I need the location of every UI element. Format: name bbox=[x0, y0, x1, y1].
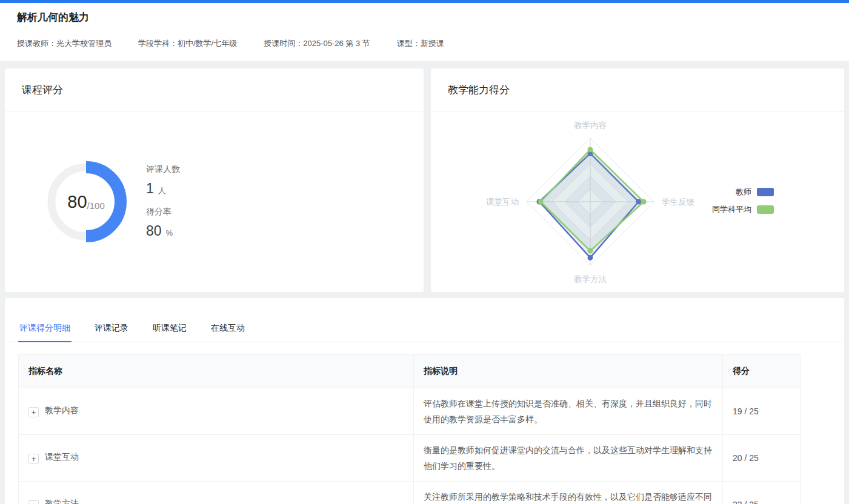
course-score-card-title: 课程评分 bbox=[5, 68, 424, 111]
meta-course-type: 课型：新授课 bbox=[397, 38, 444, 49]
indicator-desc-cell: 衡量的是教师如何促进课堂内的交流与合作，以及这些互动对学生理解和支持他们学习的重… bbox=[414, 435, 723, 482]
radar-legend: 教师 同学科平均 bbox=[712, 187, 774, 222]
teaching-ability-card-title: 教学能力得分 bbox=[431, 68, 844, 111]
expand-row-button[interactable]: + bbox=[28, 454, 39, 464]
svg-text:学生反馈: 学生反馈 bbox=[662, 197, 694, 207]
average-series-swatch bbox=[757, 205, 774, 214]
page-title: 解析几何的魅力 bbox=[17, 10, 832, 24]
teaching-ability-card: 教学能力得分 教学内容学生反馈教学方法课堂互动 教师 同学科平均 bbox=[431, 68, 844, 292]
header-score: 得分 bbox=[723, 355, 801, 388]
score-cell: 19 / 25 bbox=[723, 388, 801, 435]
svg-text:教学方法: 教学方法 bbox=[574, 274, 607, 284]
donut-center-label: 80 /100 bbox=[41, 156, 132, 247]
indicator-name-cell: +课堂互动 bbox=[19, 435, 414, 482]
tab-score-detail[interactable]: 评课得分明细 bbox=[18, 322, 72, 342]
tab-bar: 评课得分明细 评课记录 听课笔记 在线互动 bbox=[5, 298, 844, 342]
course-meta-row: 授课教师：光大学校管理员 学段学科：初中/数学/七年级 授课时间：2025-05… bbox=[17, 38, 832, 49]
course-score-card: 课程评分 80 /100 评课人数 1 人 得分率 bbox=[5, 68, 424, 292]
donut-score-max: /100 bbox=[87, 201, 105, 211]
tab-online-interaction[interactable]: 在线互动 bbox=[210, 322, 246, 342]
header-indicator-name: 指标名称 bbox=[19, 355, 414, 388]
metric-rater-count: 评课人数 1 人 bbox=[146, 164, 180, 197]
indicator-name-cell: +教学内容 bbox=[19, 388, 414, 435]
radar-chart: 教学内容学生反馈教学方法课堂互动 bbox=[457, 108, 724, 292]
expand-row-button[interactable]: + bbox=[28, 500, 39, 504]
donut-score-value: 80 bbox=[67, 192, 87, 212]
legend-item-subject-average[interactable]: 同学科平均 bbox=[712, 204, 774, 215]
score-rate-value: 80 bbox=[146, 223, 162, 239]
indicator-desc-cell: 评估教师在课堂上传授的知识是否准确、相关、有深度，并且组织良好，同时使用的教学资… bbox=[414, 388, 723, 435]
header-indicator-desc: 指标说明 bbox=[414, 355, 723, 388]
meta-teacher: 授课教师：光大学校管理员 bbox=[17, 38, 112, 49]
detail-panel: 评课得分明细 评课记录 听课笔记 在线互动 指标名称 指标说明 得分 +教学内容… bbox=[5, 298, 844, 504]
expand-row-button[interactable]: + bbox=[28, 407, 39, 417]
metric-score-rate: 得分率 80 % bbox=[146, 207, 180, 239]
page-header: 解析几何的魅力 授课教师：光大学校管理员 学段学科：初中/数学/七年级 授课时间… bbox=[0, 3, 849, 61]
svg-text:教学内容: 教学内容 bbox=[574, 121, 607, 130]
rater-count-value: 1 bbox=[146, 181, 154, 197]
tab-evaluation-records[interactable]: 评课记录 bbox=[93, 322, 130, 342]
tab-listening-notes[interactable]: 听课笔记 bbox=[151, 322, 188, 342]
indicator-desc-cell: 关注教师所采用的教学策略和技术手段的有效性，以及它们是否能够适应不同的学习风格和… bbox=[414, 482, 723, 504]
score-cell: 20 / 25 bbox=[723, 435, 801, 482]
donut-chart: 80 /100 bbox=[41, 156, 132, 247]
table-row: +教学方法 关注教师所采用的教学策略和技术手段的有效性，以及它们是否能够适应不同… bbox=[19, 482, 801, 504]
gauge-metrics: 评课人数 1 人 得分率 80 % bbox=[146, 164, 180, 239]
score-detail-table: 指标名称 指标说明 得分 +教学内容 评估教师在课堂上传授的知识是否准确、相关、… bbox=[18, 354, 801, 504]
score-cell: 22 / 25 bbox=[723, 482, 801, 504]
table-header-row: 指标名称 指标说明 得分 bbox=[19, 355, 801, 388]
svg-text:课堂互动: 课堂互动 bbox=[486, 197, 519, 207]
teacher-series-swatch bbox=[757, 188, 774, 196]
meta-subject: 学段学科：初中/数学/七年级 bbox=[138, 38, 237, 49]
table-row: +课堂互动 衡量的是教师如何促进课堂内的交流与合作，以及这些互动对学生理解和支持… bbox=[19, 435, 801, 482]
legend-item-teacher[interactable]: 教师 bbox=[712, 187, 774, 197]
meta-time: 授课时间：2025-05-26 第 3 节 bbox=[264, 38, 370, 49]
table-row: +教学内容 评估教师在课堂上传授的知识是否准确、相关、有深度，并且组织良好，同时… bbox=[19, 388, 801, 435]
indicator-name-cell: +教学方法 bbox=[19, 482, 414, 504]
